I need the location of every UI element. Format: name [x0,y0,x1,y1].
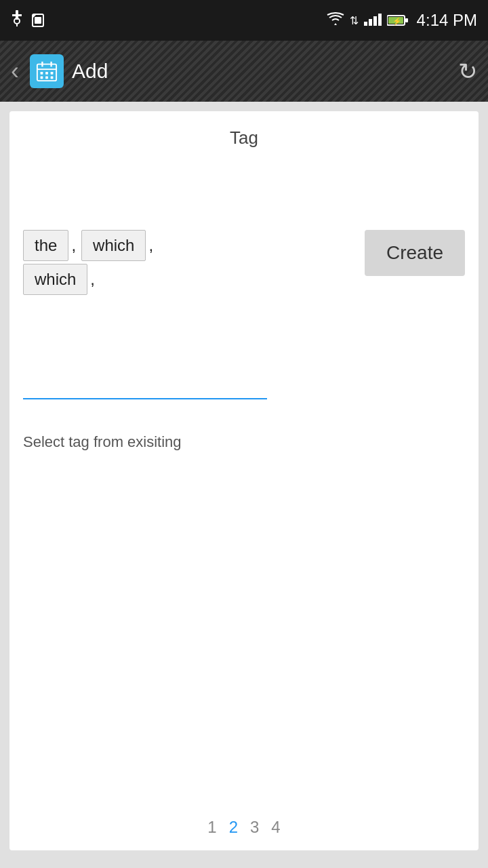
svg-rect-25 [51,77,54,79]
battery-icon: ⚡ [387,14,409,26]
app-bar: ‹ Add ↻ [0,41,488,102]
refresh-button[interactable]: ↻ [458,58,477,85]
svg-rect-4 [18,14,22,16]
svg-rect-9 [369,19,372,26]
back-button[interactable]: ‹ [11,57,19,85]
page-2[interactable]: 2 [229,818,238,837]
tags-area: Create the , which , which , [23,230,465,338]
svg-rect-21 [45,72,48,75]
comma-2: , [148,236,153,255]
app-bar-left: ‹ Add [11,54,108,88]
page-3[interactable]: 3 [250,818,259,837]
status-time: 4:14 PM [417,11,477,30]
status-bar-left [11,10,45,31]
svg-rect-10 [373,16,377,26]
page-4[interactable]: 4 [271,818,280,837]
tag-chip-which-2[interactable]: which [23,264,87,295]
svg-text:⚡: ⚡ [392,16,402,26]
svg-rect-8 [364,22,367,26]
select-tag-label: Select tag from exisiting [23,433,182,451]
sim-icon [31,12,45,30]
status-bar-right: ⇅ ⚡ 4:14 PM [327,11,477,30]
card-title: Tag [230,127,258,149]
svg-rect-11 [378,14,382,26]
wifi-icon [327,12,344,29]
signal-icon [364,12,382,28]
tag-input[interactable] [23,372,267,399]
svg-rect-20 [41,72,43,75]
tag-chip-which-1[interactable]: which [81,230,146,261]
svg-rect-6 [35,17,41,24]
app-icon [30,54,64,88]
comma-1: , [71,236,76,255]
tag-input-container [23,372,267,399]
svg-rect-3 [12,14,16,16]
create-button[interactable]: Create [365,230,465,276]
svg-rect-23 [41,77,43,79]
svg-rect-14 [405,18,408,22]
pagination: 1 2 3 4 [207,818,280,837]
status-bar: ⇅ ⚡ 4:14 PM [0,0,488,41]
comma-3: , [90,270,95,289]
svg-rect-24 [45,77,48,79]
download-icon: ⇅ [350,14,359,27]
svg-rect-22 [51,72,54,75]
tag-chip-the[interactable]: the [23,230,68,261]
page-title: Add [72,60,108,83]
usb-icon [11,10,23,31]
page-1[interactable]: 1 [207,818,216,837]
main-card: Tag Create the , which , which , Select … [9,111,479,850]
